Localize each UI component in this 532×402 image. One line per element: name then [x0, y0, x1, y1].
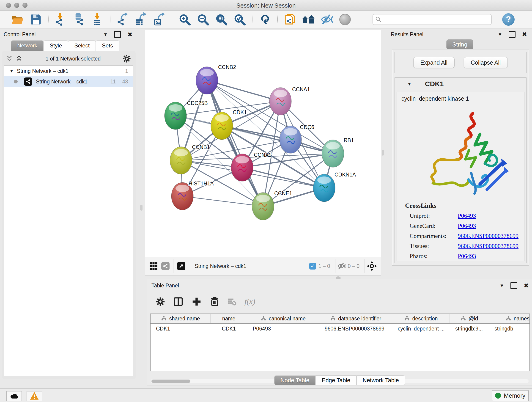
zoom-out-button[interactable]	[196, 12, 210, 27]
import-network-button[interactable]	[54, 12, 68, 27]
section-collapse-icon[interactable]: ▼	[407, 81, 412, 87]
grid-view-icon[interactable]	[149, 262, 158, 271]
crosslink-row: Uniprot:P06493	[410, 212, 524, 219]
column-header-namespace[interactable]: namespace	[489, 314, 530, 323]
table-row[interactable]: CDK1CDK1P064939606.ENSP00000378699cyclin…	[151, 324, 530, 334]
network-canvas[interactable]: CCNB2CCNA1CDC25BCDK1CDC6RB1CCNB1CCNA2CDK…	[145, 30, 381, 257]
panel-menu-icon[interactable]: ▼	[103, 32, 108, 37]
current-network-dot	[14, 80, 18, 83]
expand-all-networks-icon[interactable]	[16, 55, 22, 62]
network-collection-row[interactable]: ▼ String Network – cdk1 1	[4, 66, 133, 76]
save-session-button[interactable]	[29, 12, 43, 27]
network-edge[interactable]	[207, 80, 263, 206]
create-column-plus-icon[interactable]	[191, 296, 202, 307]
export-image-button[interactable]	[152, 12, 167, 27]
warnings-button[interactable]	[27, 391, 42, 401]
left-splitter-handle[interactable]	[140, 205, 143, 211]
column-header-description[interactable]: description	[392, 314, 450, 323]
node-CCNB2[interactable]	[196, 67, 218, 94]
column-header-canonical-name[interactable]: canonical name	[247, 314, 319, 323]
column-tree-icon	[330, 316, 336, 321]
zoom-in-button[interactable]	[177, 12, 192, 27]
collapse-all-networks-icon[interactable]	[6, 55, 13, 62]
crosslink-link[interactable]: P06493	[458, 223, 476, 230]
help-button[interactable]: ?	[502, 13, 515, 26]
open-in-window-icon[interactable]	[177, 262, 185, 270]
network-row-selected[interactable]: String Network – cdk1 11 48	[4, 76, 133, 87]
node-HIST1H1A[interactable]	[171, 182, 193, 210]
crosslink-link[interactable]: 9606.ENSP00000378699	[458, 233, 519, 240]
search-input[interactable]	[373, 14, 492, 25]
node-CCNB1[interactable]	[170, 147, 192, 174]
crosslink-row: GeneCard:P06493	[410, 223, 524, 230]
zoom-fit-button[interactable]	[214, 12, 228, 27]
cloud-status-button[interactable]	[6, 391, 22, 401]
fit-selected-crosshair-icon[interactable]	[367, 261, 377, 271]
collection-expand-icon[interactable]: ▼	[9, 69, 14, 74]
close-panel-icon[interactable]: ✖	[524, 282, 529, 289]
table-options-gear-icon[interactable]	[156, 297, 165, 306]
float-panel-icon[interactable]	[510, 282, 517, 289]
network-edge[interactable]	[182, 196, 263, 206]
tab-style[interactable]: Style	[44, 40, 68, 51]
selected-checkbox-icon[interactable]: ✓	[309, 263, 316, 269]
zoom-selected-button[interactable]	[233, 12, 247, 27]
refresh-view-button[interactable]: ⟳	[258, 12, 272, 27]
application-window: Session: New Session ⟳	[0, 0, 532, 402]
import-network-from-database-button[interactable]	[72, 12, 86, 27]
close-panel-icon[interactable]: ✖	[522, 31, 527, 38]
clone-network-button[interactable]	[283, 12, 297, 27]
tab-edge-table[interactable]: Edge Table	[316, 375, 356, 385]
crosslink-link[interactable]: P06493	[458, 253, 476, 260]
collapse-all-button[interactable]: Collapse All	[464, 57, 508, 68]
show-graphics-details-button[interactable]	[338, 12, 352, 27]
export-table-button[interactable]	[134, 12, 148, 27]
crosslink-link[interactable]: P06493	[458, 212, 476, 219]
hide-unhide-button[interactable]	[320, 12, 334, 27]
toolbar-separator	[277, 13, 278, 26]
node-CCNA2[interactable]	[231, 154, 253, 181]
crosslink-link[interactable]: 9606.ENSP00000378699	[458, 243, 519, 249]
crosslink-label: Tissues:	[410, 243, 458, 249]
column-header-database-identifier[interactable]: database identifier	[319, 314, 392, 323]
protein-structure-image	[411, 104, 510, 196]
import-table-button[interactable]	[90, 12, 105, 27]
close-panel-icon[interactable]: ✖	[127, 31, 133, 38]
node-CCNA1[interactable]	[269, 88, 291, 115]
right-splitter-handle[interactable]	[382, 150, 384, 156]
expand-all-button[interactable]: Expand All	[413, 57, 455, 68]
node-CDC6[interactable]	[279, 126, 302, 153]
collection-count: 1	[125, 68, 128, 74]
tab-sets[interactable]: Sets	[96, 40, 119, 51]
node-CDC25B[interactable]	[165, 102, 186, 129]
tab-select[interactable]: Select	[68, 40, 96, 51]
show-columns-icon[interactable]	[173, 296, 184, 307]
node-CDK1[interactable]	[211, 112, 233, 140]
node-CDKN1A[interactable]	[313, 174, 335, 202]
float-panel-icon[interactable]	[114, 31, 121, 38]
column-tree-icon	[161, 316, 167, 321]
node-CCNE1[interactable]	[252, 192, 274, 220]
tab-network-table[interactable]: Network Table	[356, 375, 405, 385]
float-panel-icon[interactable]	[509, 31, 515, 38]
hidden-eye-slash-icon	[337, 262, 346, 270]
network-options-gear-icon[interactable]	[122, 54, 131, 63]
panel-menu-icon[interactable]: ▼	[498, 32, 502, 37]
open-session-button[interactable]	[10, 12, 25, 27]
tab-network[interactable]: Network	[11, 40, 44, 51]
network-edge[interactable]	[207, 80, 280, 101]
panel-menu-icon[interactable]: ▼	[500, 283, 504, 288]
birds-eye-view-icon[interactable]	[161, 262, 170, 270]
memory-button[interactable]: Memory	[492, 390, 529, 401]
tab-node-table[interactable]: Node Table	[274, 375, 316, 385]
node-table[interactable]: shared namenamecanonical namedatabase id…	[150, 313, 530, 371]
tab-string[interactable]: String	[446, 39, 473, 50]
column-header--id[interactable]: @id	[450, 314, 489, 323]
column-header-shared-name[interactable]: shared name	[151, 314, 210, 323]
export-network-button[interactable]	[116, 12, 130, 27]
column-header-name[interactable]: name	[210, 314, 247, 323]
home-networks-button[interactable]	[301, 12, 316, 27]
delete-column-trash-icon[interactable]	[210, 297, 220, 307]
node-RB1[interactable]	[322, 140, 344, 167]
zoom-selected-icon	[234, 13, 246, 26]
